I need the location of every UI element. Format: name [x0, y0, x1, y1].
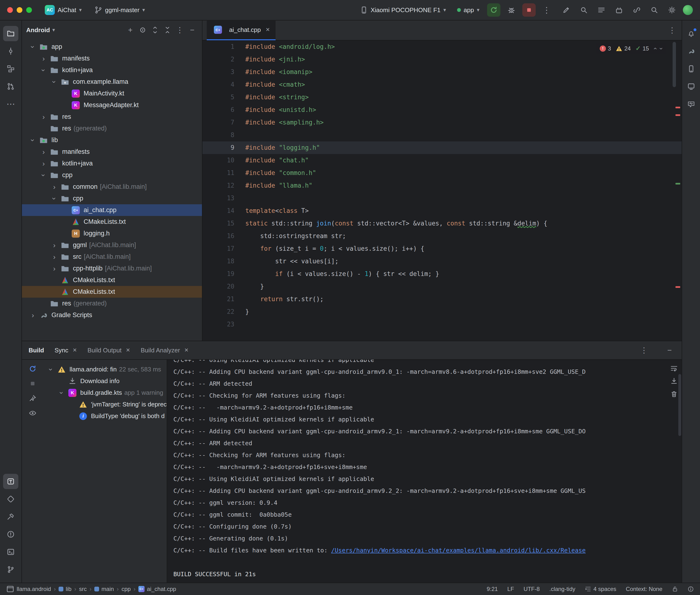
resync-icon[interactable]	[29, 365, 36, 373]
tree-item-mainactivity-kt[interactable]: KMainActivity.kt	[22, 88, 202, 99]
tree-item-download-info[interactable]: Download info	[43, 375, 167, 387]
line-number[interactable]: 1	[202, 40, 245, 53]
passed-count[interactable]: ✓ 15	[636, 45, 649, 52]
run-configuration-selector[interactable]: app ▾	[454, 4, 483, 16]
previous-problem-button[interactable]: ›	[652, 47, 658, 50]
line-number[interactable]: 17	[202, 243, 245, 255]
search-everywhere-short-button[interactable]	[577, 3, 590, 17]
settings-button[interactable]	[665, 3, 678, 17]
collapse-chevron-icon[interactable]: ›	[58, 388, 65, 398]
expand-chevron-icon[interactable]: ›	[49, 183, 60, 191]
build-tool-button[interactable]	[3, 474, 18, 489]
code-line-9[interactable]: 9#include "logging.h"	[202, 141, 682, 154]
device-selector[interactable]: Xiaomi POCOPHONE F1 ▾	[357, 4, 449, 16]
tree-item-cpp[interactable]: ›cpp	[22, 169, 202, 181]
code-line-4[interactable]: 4#include <cmath>	[202, 78, 682, 91]
code-line-11[interactable]: 11#include "common.h"	[202, 167, 682, 179]
tree-item-cmakelists-txt[interactable]: CMakeLists.txt	[22, 274, 202, 286]
tab-sync[interactable]: Sync ✕	[55, 347, 77, 354]
code-line-3[interactable]: 3#include <iomanip>	[202, 66, 682, 78]
todo-list-button[interactable]	[595, 3, 608, 17]
tree-item-ai-chat-cpp[interactable]: C+ai_chat.cpp	[22, 204, 202, 216]
editor-scrollbar[interactable]	[673, 42, 676, 87]
expand-chevron-icon[interactable]: ›	[49, 253, 60, 260]
code-line-13[interactable]: 13	[202, 192, 682, 204]
tree-item-manifests[interactable]: ›manifests	[22, 146, 202, 158]
project-selector[interactable]: AC AiChat ▾	[41, 3, 85, 17]
project-view-mode[interactable]: Android	[26, 26, 50, 34]
tree-item-gradle-scripts[interactable]: ›Gradle Scripts	[22, 309, 202, 321]
build-variants-button[interactable]	[612, 3, 626, 17]
tree-item-com-example-llama[interactable]: ›com.example.llama	[22, 76, 202, 88]
indent-setting[interactable]: 4 spaces	[585, 586, 616, 592]
structure-tool-button[interactable]	[3, 61, 18, 77]
tree-item-src[interactable]: ›src[AiChat.lib.main]	[22, 251, 202, 263]
code-line-21[interactable]: 21 return str.str();	[202, 293, 682, 306]
maximize-window-button[interactable]	[26, 7, 32, 13]
code-line-5[interactable]: 5#include <string>	[202, 91, 682, 104]
locate-file-button[interactable]	[137, 25, 148, 35]
expand-chevron-icon[interactable]: ›	[38, 148, 49, 155]
code-line-2[interactable]: 2#include <jni.h>	[202, 53, 682, 66]
line-number[interactable]: 2	[202, 53, 245, 66]
code-line-17[interactable]: 17 for (size_t i = 0; i < values.size();…	[202, 243, 682, 255]
tree-item-cpp[interactable]: ›cpp	[22, 193, 202, 204]
problems-tool-button[interactable]	[3, 527, 18, 542]
tree-item-ggml[interactable]: ›ggml[AiChat.lib.main]	[22, 239, 202, 251]
search-everywhere-button[interactable]	[648, 3, 661, 17]
scroll-to-end-icon[interactable]	[670, 377, 678, 385]
line-number[interactable]: 3	[202, 66, 245, 78]
line-number[interactable]: 6	[202, 104, 245, 116]
collapse-chevron-icon[interactable]: ›	[51, 77, 58, 87]
tree-item-messageadapter-kt[interactable]: KMessageAdapter.kt	[22, 99, 202, 111]
project-options-button[interactable]: ⋮	[174, 25, 185, 35]
line-number[interactable]: 20	[202, 280, 245, 293]
hide-panel-button[interactable]: −	[187, 25, 198, 35]
project-tool-button[interactable]	[3, 26, 18, 41]
cursor-position[interactable]: 9:21	[486, 586, 498, 592]
line-number[interactable]: 8	[202, 129, 245, 141]
rerun-button[interactable]	[487, 3, 500, 17]
code-line-12[interactable]: 12#include "llama.h"	[202, 179, 682, 192]
code-line-18[interactable]: 18 str << values[i];	[202, 255, 682, 267]
gradle-tool-button[interactable]	[683, 44, 699, 59]
show-details-eye-icon[interactable]	[29, 409, 36, 417]
editor-options-button[interactable]: ⋮	[663, 26, 682, 35]
status-info-button[interactable]	[688, 586, 694, 592]
tree-item-logging-h[interactable]: Hlogging.h	[22, 228, 202, 239]
code-line-20[interactable]: 20 }	[202, 280, 682, 293]
pin-icon[interactable]	[29, 395, 36, 402]
tree-item-cmakelists-txt[interactable]: CMakeLists.txt	[22, 286, 202, 298]
code-line-7[interactable]: 7#include <sampling.h>	[202, 116, 682, 129]
close-icon[interactable]: ✕	[126, 347, 130, 353]
tree-item-lib[interactable]: ›lib	[22, 134, 202, 146]
tree-item-res[interactable]: ›res	[22, 111, 202, 123]
collapse-chevron-icon[interactable]: ›	[40, 170, 47, 180]
line-number[interactable]: 21	[202, 293, 245, 306]
warning-count[interactable]: 24	[616, 45, 631, 52]
error-count[interactable]: ! 3	[600, 45, 611, 52]
code-line-23[interactable]: 23	[202, 318, 682, 331]
debug-button[interactable]	[505, 3, 518, 17]
tree-item-kotlin-java[interactable]: ›kotlin+java	[22, 64, 202, 76]
clang-tidy[interactable]: .clang-tidy	[549, 586, 575, 592]
collapse-chevron-icon[interactable]: ›	[51, 193, 58, 204]
ai-context[interactable]: Context: None	[626, 586, 662, 592]
line-number[interactable]: 23	[202, 318, 245, 331]
breadcrumb-lib[interactable]: lib	[59, 586, 72, 592]
line-number[interactable]: 9	[202, 141, 245, 154]
line-number[interactable]: 13	[202, 192, 245, 204]
notifications-tool-button[interactable]	[683, 26, 699, 41]
tree-item-buildtype-debug-is-both-d[interactable]: iBuildType 'debug' is both d	[43, 410, 167, 422]
collapse-chevron-icon[interactable]: ›	[29, 135, 36, 145]
line-separator[interactable]: LF	[507, 586, 514, 592]
collapse-chevron-icon[interactable]: ›	[29, 42, 36, 52]
app-quality-insights-tool-button[interactable]	[683, 96, 699, 112]
tree-item-res[interactable]: res(generated)	[22, 298, 202, 309]
resource-manager-tool-button[interactable]	[3, 491, 18, 507]
close-icon[interactable]: ✕	[265, 27, 270, 33]
build-console[interactable]: C/C++: -- Using KleidiAI optimized kerne…	[167, 360, 682, 583]
expand-chevron-icon[interactable]: ›	[49, 242, 60, 249]
close-icon[interactable]: ✕	[73, 347, 77, 353]
tree-item-jvmtarget-string-is-deprec[interactable]: 'jvmTarget: String' is deprec	[43, 399, 167, 410]
